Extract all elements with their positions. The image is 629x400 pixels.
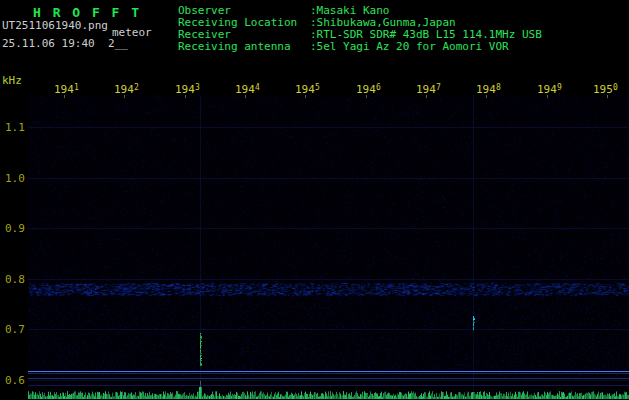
app-title: H R O F F T [33, 5, 141, 20]
y-axis-tick-label: 0.7 [5, 323, 25, 336]
header-info: Observer:Masaki KanoReceiving Location:S… [178, 5, 542, 53]
output-filename: UT2511061940.png [2, 19, 108, 32]
header-info-label: Receiving antenna [178, 41, 310, 53]
spectrogram-canvas [28, 95, 629, 400]
header-info-row: Receiving antenna:5el Yagi Az 20 for Aom… [178, 41, 542, 53]
y-axis-tick-label: 0.9 [5, 222, 25, 235]
y-axis-unit-label: kHz [2, 74, 22, 87]
y-axis-tick-label: 1.0 [5, 172, 25, 185]
y-axis-tick-label: 0.6 [5, 374, 25, 387]
header-info-value: :5el Yagi Az 20 for Aomori VOR [310, 40, 509, 53]
y-axis-tick-label: 1.1 [5, 121, 25, 134]
y-axis-tick-label: 0.8 [5, 273, 25, 286]
timestamp: 25.11.06 19:40 2__ [2, 37, 128, 50]
